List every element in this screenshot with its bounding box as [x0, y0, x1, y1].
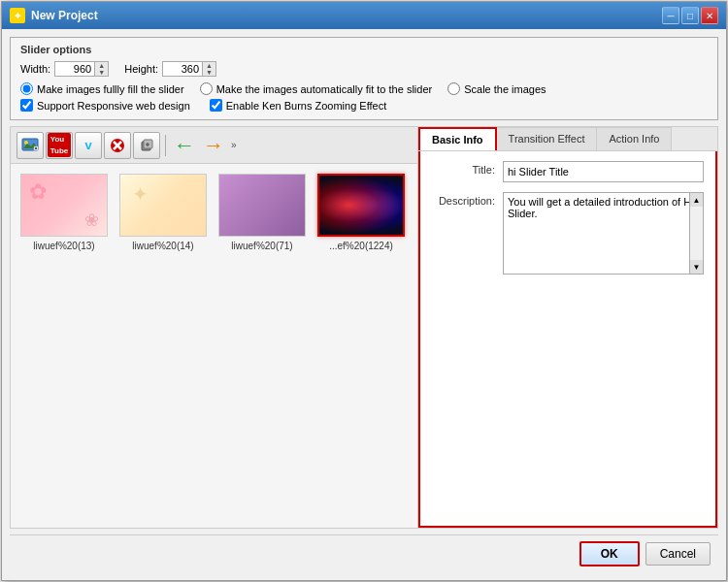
width-spinbox: ▲ ▼	[54, 61, 109, 77]
radio-fill[interactable]: Make images fullly fill the slider	[20, 82, 184, 95]
width-control: Width: ▲ ▼	[20, 61, 109, 77]
window-title: New Project	[31, 9, 98, 22]
slide-item[interactable]: ✦ liwuef%20(14)	[119, 174, 207, 251]
toolbar-expand[interactable]: »	[229, 138, 239, 152]
description-field-row: Description: You will get a detailed int…	[432, 192, 704, 275]
move-right-button[interactable]: →	[200, 132, 227, 159]
slider-options-group: Slider options Width: ▲ ▼ Height:	[10, 37, 718, 120]
slide-label: liwuef%20(13)	[33, 241, 94, 251]
slide-item[interactable]: liwuef%20(71)	[218, 174, 306, 251]
slide-toolbar: YouTube v	[11, 127, 417, 164]
height-up-arrow[interactable]: ▲	[203, 62, 215, 69]
title-bar-controls: ─ □ ✕	[662, 7, 718, 24]
tab-basic-info[interactable]: Basic Info	[418, 127, 497, 150]
slide-thumbnail	[218, 174, 306, 237]
radio-fill-input[interactable]	[20, 82, 33, 95]
add-vimeo-button[interactable]: v	[75, 132, 102, 159]
width-up-arrow[interactable]: ▲	[95, 62, 108, 69]
title-bar-text: ✦ New Project	[10, 8, 98, 23]
slide-thumbnail: ✦	[119, 174, 207, 237]
minimize-button[interactable]: ─	[662, 7, 679, 24]
width-input[interactable]	[55, 62, 94, 76]
slider-options-label: Slider options	[20, 44, 708, 55]
window-content: Slider options Width: ▲ ▼ Height:	[2, 29, 726, 580]
add-image-button[interactable]	[17, 132, 44, 159]
width-label: Width:	[20, 63, 50, 75]
dimensions-row: Width: ▲ ▼ Height: ▲	[20, 61, 708, 77]
check-responsive[interactable]: Support Responsive web design	[20, 99, 190, 112]
tabs-bar: Basic Info Transition Effect Action Info	[418, 127, 717, 151]
height-input[interactable]	[163, 62, 202, 76]
radio-scale-input[interactable]	[447, 82, 460, 95]
slide-item[interactable]: ✿ ❀ liwuef%20(13)	[20, 174, 108, 251]
height-control: Height: ▲ ▼	[124, 61, 216, 77]
slide-label: liwuef%20(14)	[132, 241, 193, 251]
radio-scale-label: Scale the images	[464, 83, 546, 95]
width-arrows: ▲ ▼	[94, 62, 108, 76]
left-panel: YouTube v	[11, 127, 418, 528]
ok-button[interactable]: OK	[579, 541, 640, 566]
slide-label: ...ef%20(1224)	[329, 241, 393, 251]
move-left-button[interactable]: ←	[171, 132, 198, 159]
kenburns-checkbox[interactable]	[210, 99, 222, 112]
description-field-label: Description:	[432, 192, 495, 207]
add-youtube-button[interactable]: YouTube	[46, 132, 73, 159]
duplicate-button[interactable]	[133, 132, 160, 159]
check-kenburns[interactable]: Enable Ken Burns Zooming Effect	[210, 99, 387, 112]
slide-thumbnail: ✿ ❀	[20, 174, 108, 237]
height-arrows: ▲ ▼	[202, 62, 215, 76]
textarea-scrollbar: ▲ ▼	[689, 193, 703, 274]
slide-item[interactable]: ...ef%20(1224)	[317, 174, 405, 251]
maximize-button[interactable]: □	[681, 7, 699, 24]
title-field-label: Title:	[432, 161, 495, 176]
radio-fit-label: Make the images automatically fit to the…	[216, 83, 433, 95]
height-down-arrow[interactable]: ▼	[203, 69, 215, 76]
tab-transition-effect[interactable]: Transition Effect	[496, 127, 598, 150]
window-icon: ✦	[10, 8, 25, 23]
checkbox-group: Support Responsive web design Enable Ken…	[20, 99, 708, 112]
toolbar-separator	[165, 135, 166, 156]
width-down-arrow[interactable]: ▼	[95, 69, 108, 76]
tab-action-info[interactable]: Action Info	[596, 127, 672, 150]
vimeo-icon: v	[84, 138, 91, 152]
radio-fill-label: Make images fullly fill the slider	[37, 83, 184, 95]
youtube-icon: YouTube	[48, 133, 72, 156]
basic-info-content: Title: Description: You will get a detai…	[418, 151, 717, 528]
radio-fit[interactable]: Make the images automatically fit to the…	[200, 82, 433, 95]
close-button[interactable]: ✕	[701, 7, 718, 24]
responsive-checkbox[interactable]	[20, 99, 33, 112]
delete-button[interactable]	[104, 132, 131, 159]
radio-fit-input[interactable]	[200, 82, 213, 95]
scroll-up-button[interactable]: ▲	[690, 193, 703, 207]
right-panel: Basic Info Transition Effect Action Info…	[418, 127, 717, 528]
slide-label: liwuef%20(71)	[231, 241, 292, 251]
title-bar: ✦ New Project ─ □ ✕	[2, 2, 726, 29]
fill-mode-group: Make images fullly fill the slider Make …	[20, 82, 708, 95]
slides-area: ✿ ❀ liwuef%20(13) ✦ liwuef	[11, 164, 417, 528]
height-spinbox: ▲ ▼	[162, 61, 216, 77]
radio-scale[interactable]: Scale the images	[447, 82, 546, 95]
description-textarea-wrap: You will get a detailed introduction of …	[503, 192, 704, 275]
title-field-row: Title:	[432, 161, 704, 182]
title-field-input[interactable]	[503, 161, 704, 182]
scroll-down-button[interactable]: ▼	[690, 260, 703, 274]
bottom-bar: OK Cancel	[10, 534, 718, 572]
responsive-label: Support Responsive web design	[37, 100, 190, 112]
height-label: Height:	[124, 63, 158, 75]
description-textarea[interactable]: You will get a detailed introduction of …	[504, 193, 703, 271]
scroll-track	[690, 207, 703, 260]
main-area: YouTube v	[10, 126, 718, 529]
main-window: ✦ New Project ─ □ ✕ Slider options Width…	[1, 1, 727, 581]
kenburns-label: Enable Ken Burns Zooming Effect	[226, 100, 387, 112]
cancel-button[interactable]: Cancel	[645, 542, 711, 566]
slide-thumbnail-selected	[317, 174, 405, 237]
